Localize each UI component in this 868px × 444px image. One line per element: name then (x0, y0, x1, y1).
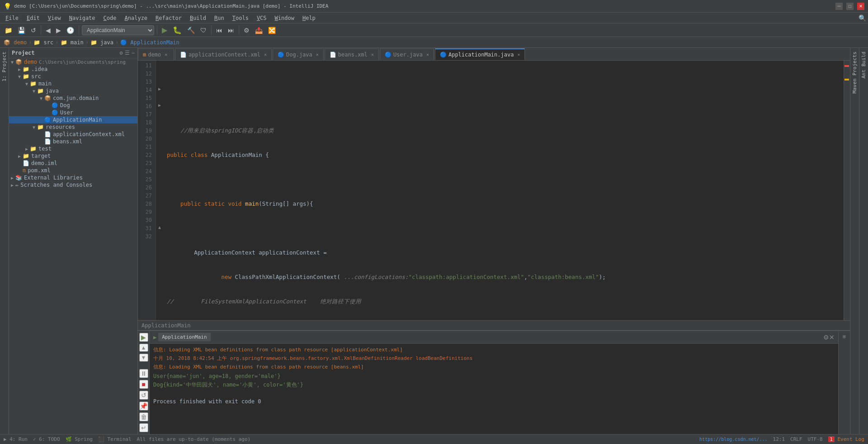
status-linesep[interactable]: CRLF (790, 436, 802, 442)
toolbar-coverage-button[interactable]: 🛡 (198, 26, 208, 35)
fold-class-icon[interactable]: ▶ (156, 85, 163, 93)
status-run-tab[interactable]: ▶ 4: Run (4, 436, 28, 442)
breadcrumb-src[interactable]: 📁 src (33, 39, 53, 46)
menu-analyze[interactable]: Analyze (121, 14, 151, 22)
tree-item-java[interactable]: ▼ 📁 java (9, 87, 137, 94)
toolbar-forward-icon[interactable]: ▶ (54, 26, 63, 35)
tab-dog-close[interactable]: ✕ (316, 52, 319, 57)
menu-build[interactable]: Build (186, 14, 210, 22)
tree-item-resources[interactable]: ▼ 📁 resources (9, 123, 137, 131)
menu-window[interactable]: Window (271, 14, 298, 22)
status-encoding[interactable]: UTF-8 (808, 436, 823, 442)
toolbar-settings-icon[interactable]: ⚙ (242, 26, 251, 35)
menu-navigate[interactable]: Navigate (66, 14, 99, 22)
status-position[interactable]: 12:1 (773, 436, 785, 442)
search-everywhere-icon[interactable]: 🔍 (859, 14, 866, 22)
breadcrumb-java[interactable]: 📁 java (90, 39, 113, 46)
tree-item-demo-root[interactable]: ▼ 📦 demo C:\Users\jun\Documents\spring (9, 58, 137, 66)
toolbar-vcs-icon[interactable]: 🔀 (266, 26, 278, 35)
toolbar-step-button-2[interactable]: ⏭ (226, 26, 236, 35)
run-soft-wrap-button[interactable]: ↵ (139, 423, 148, 432)
toolbar-back-icon[interactable]: ◀ (44, 26, 52, 35)
toolbar-save-icon[interactable]: 💾 (16, 26, 27, 35)
tab-beans[interactable]: 📄 beans.xml ✕ (325, 48, 379, 60)
close-button[interactable]: ✕ (857, 3, 864, 10)
project-tab-label[interactable]: 1: Project (0, 48, 8, 85)
tab-applicationmain-close[interactable]: ✕ (517, 52, 520, 57)
ant-tab-label[interactable]: Ant Build (860, 48, 868, 82)
tree-item-pom-xml[interactable]: m pom.xml (9, 167, 137, 174)
tab-applicationmain[interactable]: 🔵 ApplicationMain.java ✕ (435, 48, 525, 60)
tab-appcontext-close[interactable]: ✕ (264, 52, 267, 57)
menu-vcs[interactable]: VCS (253, 14, 270, 22)
minimize-button[interactable]: ─ (835, 3, 843, 10)
fold-main-icon[interactable]: ▶ (156, 101, 163, 109)
toolbar-recentfiles-icon[interactable]: 🕐 (65, 26, 76, 35)
breadcrumb-applicationmain[interactable]: 🔵 ApplicationMain (120, 39, 179, 46)
run-play-button[interactable]: ▶ (139, 333, 148, 342)
tab-appcontext-xml[interactable]: 📄 applicationContext.xml ✕ (175, 48, 272, 60)
toolbar-build-button[interactable]: 🔨 (185, 26, 197, 35)
run-header-settings[interactable]: ⚙ (823, 334, 829, 341)
tree-item-appcontext-xml[interactable]: 📄 applicationContext.xml (9, 131, 137, 138)
fold-end-icon[interactable]: ▲ (156, 223, 163, 231)
maximize-button[interactable]: □ (846, 3, 854, 10)
toolbar-debug-button[interactable]: 🐛 (171, 25, 184, 35)
toolbar-step-button-1[interactable]: ⏮ (214, 26, 224, 35)
project-settings-icon[interactable]: ⚙ (120, 50, 123, 56)
run-header-close[interactable]: ✕ (829, 334, 835, 341)
breadcrumb-demo[interactable]: 📦 demo (4, 39, 27, 46)
run-stop-button[interactable]: ■ (139, 380, 148, 389)
run-right-icon-1[interactable]: ⊞ (842, 333, 847, 340)
project-layout-icon[interactable]: ☰ (125, 50, 130, 56)
tab-user[interactable]: 🔵 User.java ✕ (380, 48, 434, 60)
menu-edit[interactable]: Edit (23, 14, 43, 22)
tree-item-main[interactable]: ▼ 📁 main (9, 80, 137, 87)
tab-beans-close[interactable]: ✕ (371, 52, 374, 57)
run-configuration-dropdown[interactable]: ApplicationMain (82, 25, 154, 35)
tab-demo-close[interactable]: ✕ (165, 52, 167, 57)
toolbar-external-icon[interactable]: 📤 (253, 26, 264, 35)
run-rerun-button[interactable]: ↺ (139, 391, 148, 400)
tree-item-com-jun-domain[interactable]: ▼ 📦 com.jun.domain (9, 94, 137, 102)
tree-item-beans-xml[interactable]: 📄 beans.xml (9, 138, 137, 145)
run-pause-button[interactable]: ⏸ (139, 369, 148, 378)
status-todo-tab[interactable]: ✓ 6: TODO (33, 436, 60, 442)
toolbar-run-button[interactable]: ▶ (160, 25, 169, 35)
status-spring-tab[interactable]: 🌿 Spring (66, 436, 93, 442)
run-scroll-up[interactable]: ▲ (139, 344, 148, 352)
menu-file[interactable]: File (2, 14, 22, 22)
toolbar-project-icon[interactable]: 📁 (3, 26, 14, 35)
tree-item-src[interactable]: ▼ 📁 src (9, 73, 137, 80)
tree-item-scratches[interactable]: ▶ ✏️ Scratches and Consoles (9, 181, 137, 189)
tree-item-external-libs[interactable]: ▶ 📚 External Libraries (9, 174, 137, 181)
tree-item-demo-iml[interactable]: 📄 demo.iml (9, 160, 137, 167)
tree-item-user[interactable]: 🔵 User (9, 109, 137, 116)
run-scroll-down[interactable]: ▼ (139, 354, 148, 362)
toolbar-synchronize-icon[interactable]: ↺ (29, 26, 38, 35)
tree-item-applicationmain[interactable]: 🔵 ApplicationMain (9, 116, 137, 123)
tab-demo[interactable]: m demo ✕ (138, 48, 174, 60)
editor-scroll-strip[interactable] (844, 61, 850, 320)
run-pin-button[interactable]: 📌 (139, 401, 148, 411)
maven-tab-label[interactable]: Maven Projects (851, 48, 859, 97)
status-event-log[interactable]: 1 Event Log (828, 436, 864, 442)
tab-user-close[interactable]: ✕ (426, 52, 429, 57)
status-terminal-tab[interactable]: ⬛ Terminal (98, 436, 132, 442)
tree-item-target[interactable]: ▶ 📁 target (9, 152, 137, 160)
run-clear-button[interactable]: 🗑 (139, 412, 148, 421)
tree-item-test[interactable]: ▶ 📁 test (9, 145, 137, 152)
tab-dog[interactable]: 🔵 Dog.java ✕ (273, 48, 324, 60)
breadcrumb-main[interactable]: 📁 main (61, 39, 84, 46)
menu-code[interactable]: Code (100, 14, 120, 22)
menu-run[interactable]: Run (211, 14, 228, 22)
menu-refactor[interactable]: Refactor (152, 14, 185, 22)
code-editor[interactable]: //用来启动springIOC容器,启动类 public class Appli… (163, 61, 844, 320)
run-tab-applicationmain[interactable]: ApplicationMain (158, 333, 210, 341)
menu-help[interactable]: Help (299, 14, 319, 22)
menu-view[interactable]: View (44, 14, 65, 22)
tree-item-idea[interactable]: ▶ 📁 .idea (9, 66, 137, 73)
tree-item-dog[interactable]: 🔵 Dog (9, 102, 137, 109)
menu-tools[interactable]: Tools (229, 14, 252, 22)
project-collapse-icon[interactable]: − (132, 50, 135, 56)
